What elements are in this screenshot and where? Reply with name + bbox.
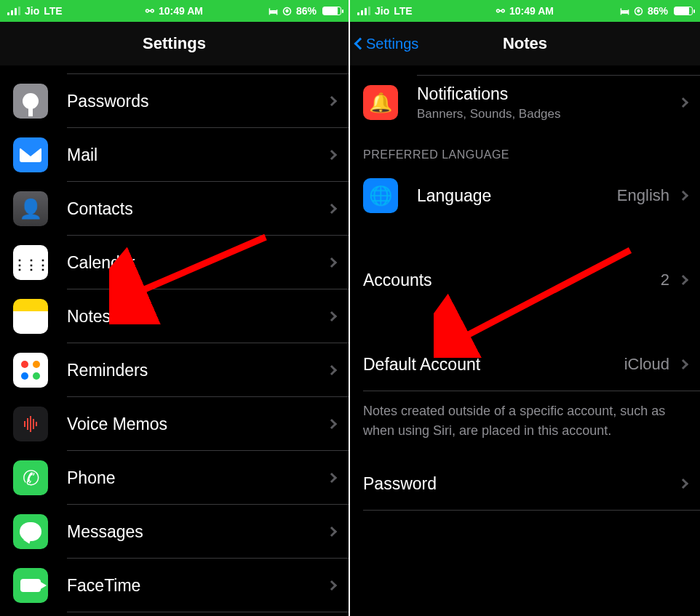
bell-icon: 🔔 xyxy=(363,85,398,120)
battery-icon xyxy=(674,7,693,15)
row-label: Messages xyxy=(67,522,328,542)
chevron-right-icon xyxy=(327,204,337,214)
chevron-right-icon xyxy=(678,479,688,489)
row-accounts[interactable]: Accounts 2 xyxy=(350,253,700,307)
chevron-right-icon xyxy=(327,150,337,160)
chevron-right-icon xyxy=(327,580,337,591)
row-label: Notes xyxy=(67,307,328,327)
status-left: Jio LTE xyxy=(357,5,413,17)
battery-icon xyxy=(322,7,341,15)
row-label: Passwords xyxy=(67,92,328,111)
key-icon xyxy=(13,84,48,119)
row-value: English xyxy=(617,186,669,205)
row-contacts[interactable]: 👤 Contacts xyxy=(0,182,349,236)
clock-label: 10:49 AM xyxy=(509,5,554,17)
row-passwords[interactable]: Passwords xyxy=(0,74,349,128)
section-spacer xyxy=(350,223,700,253)
back-button[interactable]: Settings xyxy=(356,22,418,65)
status-bar: Jio LTE ⚯ 10:49 AM 🛏 ⦿ 86% xyxy=(0,0,349,22)
messages-icon xyxy=(13,514,48,549)
row-label: Accounts xyxy=(363,271,661,290)
row-label: Reminders xyxy=(67,361,328,380)
row-label: FaceTime xyxy=(67,576,328,596)
partial-row-top xyxy=(67,65,349,74)
status-center: ⚯ 10:49 AM xyxy=(496,5,554,17)
row-sublabel: Banners, Sounds, Badges xyxy=(417,107,680,121)
carrier-label: Jio xyxy=(25,5,39,17)
row-label: Voice Memos xyxy=(67,415,328,434)
row-language[interactable]: 🌐 Language English xyxy=(350,169,700,223)
section-header-language: PREFERRED LANGUAGE xyxy=(350,129,700,169)
voice-memos-icon xyxy=(13,407,48,441)
row-label: Language xyxy=(417,186,617,206)
hotspot-icon: ⚯ xyxy=(496,5,505,17)
reminders-icon xyxy=(13,353,48,388)
row-phone[interactable]: ✆ Phone xyxy=(0,451,349,505)
alarm-icon: ⦿ xyxy=(282,6,292,17)
row-label: Calendar xyxy=(67,253,328,273)
row-notes[interactable]: Notes xyxy=(0,289,349,343)
section-spacer xyxy=(350,307,700,337)
settings-list[interactable]: Passwords Mail 👤 Contacts ⋮⋮⋮ Calendar N… xyxy=(0,65,349,616)
signal-icon xyxy=(357,7,370,15)
row-siri-partial[interactable] xyxy=(350,65,700,76)
chevron-right-icon xyxy=(327,311,337,321)
row-facetime[interactable]: FaceTime xyxy=(0,559,349,612)
row-label: Mail xyxy=(67,145,328,165)
row-mail[interactable]: Mail xyxy=(0,128,349,182)
calendar-icon: ⋮⋮⋮ xyxy=(13,245,48,280)
section-footer-default-account: Notes created outside of a specific acco… xyxy=(350,391,700,457)
row-notifications[interactable]: 🔔 Notifications Banners, Sounds, Badges xyxy=(350,76,700,129)
row-label: Password xyxy=(363,474,680,494)
page-title: Notes xyxy=(503,34,547,53)
dnd-driving-icon: 🛏 xyxy=(269,6,278,17)
row-safari-partial[interactable] xyxy=(0,612,349,616)
chevron-right-icon xyxy=(678,275,688,285)
phone-icon: ✆ xyxy=(13,460,48,495)
back-label: Settings xyxy=(366,36,418,52)
notes-icon xyxy=(13,299,48,334)
chevron-right-icon xyxy=(327,257,337,268)
network-label: LTE xyxy=(394,5,412,17)
row-value: 2 xyxy=(661,271,669,289)
status-left: Jio LTE xyxy=(7,5,63,17)
chevron-left-icon xyxy=(354,38,367,50)
chevron-right-icon xyxy=(327,527,337,537)
chevron-right-icon xyxy=(678,191,688,201)
battery-pct-label: 86% xyxy=(648,5,668,17)
row-messages[interactable]: Messages xyxy=(0,505,349,559)
chevron-right-icon xyxy=(327,365,337,375)
status-bar: Jio LTE ⚯ 10:49 AM 🛏 ⦿ 86% xyxy=(350,0,700,22)
chevron-right-icon xyxy=(678,97,688,108)
nav-bar: Settings xyxy=(0,22,349,65)
row-label: Notifications xyxy=(417,84,680,104)
carrier-label: Jio xyxy=(375,5,389,17)
facetime-icon xyxy=(13,568,48,603)
dnd-driving-icon: 🛏 xyxy=(620,6,629,17)
alarm-icon: ⦿ xyxy=(634,6,643,17)
nav-bar: Settings Notes xyxy=(350,22,700,65)
clock-label: 10:49 AM xyxy=(159,5,203,17)
row-default-account[interactable]: Default Account iCloud xyxy=(350,337,700,391)
row-label: Contacts xyxy=(67,199,328,219)
page-title: Settings xyxy=(143,34,206,53)
row-reminders[interactable]: Reminders xyxy=(0,343,349,397)
contacts-icon: 👤 xyxy=(13,191,48,226)
mail-icon xyxy=(13,137,48,172)
battery-pct-label: 86% xyxy=(296,5,317,17)
chevron-right-icon xyxy=(327,473,337,483)
chevron-right-icon xyxy=(327,419,337,429)
row-voice-memos[interactable]: Voice Memos xyxy=(0,397,349,451)
row-calendar[interactable]: ⋮⋮⋮ Calendar xyxy=(0,236,349,289)
signal-icon xyxy=(7,7,20,15)
notes-settings-list[interactable]: 🔔 Notifications Banners, Sounds, Badges … xyxy=(350,65,700,511)
globe-icon: 🌐 xyxy=(363,178,398,213)
row-password[interactable]: Password xyxy=(350,457,700,511)
row-label: Default Account xyxy=(363,355,624,375)
chevron-right-icon xyxy=(327,96,337,106)
row-value: iCloud xyxy=(624,355,669,374)
left-screen: Jio LTE ⚯ 10:49 AM 🛏 ⦿ 86% Settings Pass… xyxy=(0,0,350,616)
status-center: ⚯ 10:49 AM xyxy=(146,5,203,17)
right-screen: Jio LTE ⚯ 10:49 AM 🛏 ⦿ 86% Settings Note… xyxy=(350,0,700,616)
chevron-right-icon xyxy=(678,359,688,369)
